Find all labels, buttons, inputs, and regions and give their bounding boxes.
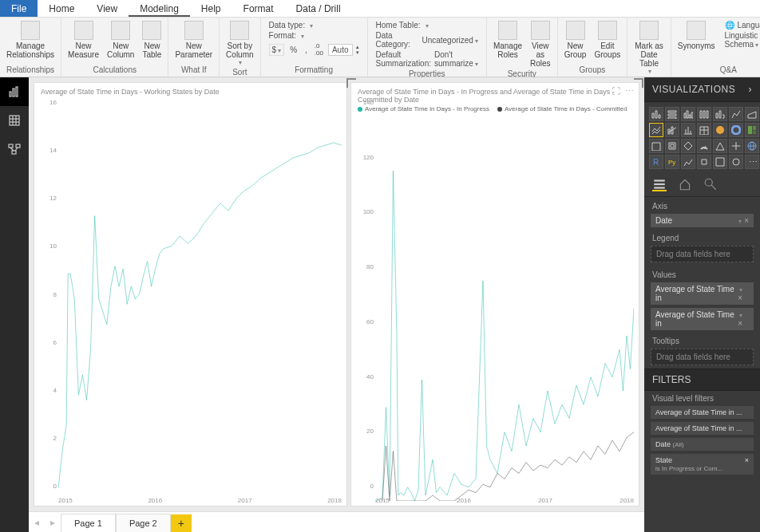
report-canvas[interactable]: Average of State Time in Days - Working … (29, 77, 644, 532)
viz-type-8[interactable] (665, 123, 679, 137)
currency-button[interactable]: $ (269, 44, 285, 56)
viz-type-22[interactable]: Py (665, 155, 679, 169)
format-dropdown[interactable] (299, 31, 304, 40)
datacat-value[interactable]: Uncategorized (422, 36, 477, 45)
mark-date-table-button[interactable]: Mark as Date Table (631, 19, 667, 77)
viz-type-19[interactable] (729, 139, 743, 153)
format-tab[interactable] (678, 177, 692, 191)
visualizations-header[interactable]: VISUALIZATIONS› (644, 77, 760, 102)
report-view-button[interactable] (0, 77, 29, 106)
axis-field-date[interactable]: Date × (651, 214, 754, 227)
page-next-button[interactable]: ▸ (45, 517, 61, 532)
filter-date[interactable]: Date (All) (651, 438, 754, 451)
viz-type-21[interactable]: R (649, 155, 663, 169)
viz-type-23[interactable] (681, 155, 695, 169)
filters-header[interactable]: FILTERS (644, 368, 760, 391)
viz-type-9[interactable] (681, 123, 695, 137)
focus-mode-icon[interactable]: ⛶ (612, 86, 620, 97)
viz-type-27[interactable]: ⋯ (745, 155, 759, 169)
new-parameter-button[interactable]: New Parameter (172, 19, 216, 61)
menu-data-drill[interactable]: Data / Drill (285, 0, 352, 17)
svg-line-11 (10, 148, 14, 151)
value-field-2[interactable]: Average of State Time in × (651, 308, 754, 330)
new-table-button[interactable]: New Table (139, 19, 164, 61)
viz-type-5[interactable] (729, 107, 743, 121)
viz-type-15[interactable] (665, 139, 679, 153)
defsum-value[interactable]: Don't summarize (434, 50, 478, 68)
new-group-button[interactable]: New Group (561, 19, 590, 61)
svg-line-29 (711, 185, 716, 190)
viz-type-1[interactable] (665, 107, 679, 121)
legend-field-well[interactable]: Drag data fields here (651, 246, 754, 262)
page-tab-2[interactable]: Page 2 (116, 514, 171, 532)
viz-type-12[interactable] (729, 123, 743, 137)
manage-relationships-button[interactable]: Manage Relationships (3, 19, 57, 61)
column-icon (111, 21, 130, 40)
decimals-stepper[interactable]: Auto (328, 44, 353, 56)
chart-working-states[interactable]: Average of State Time in Days - Working … (34, 82, 347, 506)
language-dropdown[interactable]: Language (738, 21, 761, 30)
data-view-button[interactable] (0, 106, 29, 135)
linguistic-schema-dropdown[interactable]: Linguistic Schema (725, 31, 761, 49)
svg-point-13 (716, 126, 724, 134)
decimals-spinner[interactable]: ▴▾ (356, 44, 359, 55)
svg-rect-9 (16, 144, 20, 148)
viz-type-18[interactable] (713, 139, 727, 153)
add-page-button[interactable]: + (171, 514, 192, 532)
more-options-icon[interactable]: ⋯ (625, 86, 634, 97)
viz-type-24[interactable] (697, 155, 711, 169)
viz-type-2[interactable] (681, 107, 695, 121)
datatype-dropdown[interactable] (308, 21, 313, 30)
view-roles-icon (531, 21, 550, 40)
viz-type-20[interactable] (745, 139, 759, 153)
remove-axis-field[interactable]: × (744, 216, 749, 225)
synonyms-button[interactable]: Synonyms (675, 19, 718, 52)
hometable-dropdown[interactable] (424, 21, 429, 30)
percent-button[interactable]: % (287, 45, 299, 55)
viz-type-16[interactable] (681, 139, 695, 153)
menu-file[interactable]: File (0, 0, 38, 17)
remove-value-2[interactable]: × (738, 319, 742, 328)
viz-type-10[interactable] (697, 123, 711, 137)
manage-roles-button[interactable]: Manage Roles (490, 19, 525, 61)
menu-view[interactable]: View (85, 0, 129, 17)
new-measure-button[interactable]: New Measure (65, 19, 102, 61)
viz-type-0[interactable] (649, 107, 663, 121)
viz-type-3[interactable] (697, 107, 711, 121)
menu-modeling[interactable]: Modeling (129, 0, 190, 17)
edit-groups-button[interactable]: Edit Groups (591, 19, 623, 61)
viz-type-7[interactable] (649, 123, 663, 137)
viz-type-26[interactable] (729, 155, 743, 169)
viz-type-6[interactable] (745, 107, 759, 121)
svg-text:Py: Py (668, 159, 675, 166)
viz-type-14[interactable] (649, 139, 663, 153)
new-column-button[interactable]: New Column (104, 19, 137, 61)
menu-help[interactable]: Help (190, 0, 232, 17)
page-tabs: ◂ ▸ Page 1 Page 2 + (29, 511, 644, 532)
menu-home[interactable]: Home (38, 0, 85, 17)
tooltips-field-well[interactable]: Drag data fields here (651, 349, 754, 365)
viz-type-17[interactable] (697, 139, 711, 153)
remove-value-1[interactable]: × (738, 294, 742, 302)
fields-tab[interactable] (652, 177, 667, 191)
filter-avg-state-time-1[interactable]: Average of State Time in ... (651, 406, 754, 419)
viz-type-4[interactable] (713, 107, 727, 121)
datacat-label: Data Category: (376, 31, 419, 49)
remove-state-filter[interactable]: × (745, 456, 749, 472)
view-as-roles-button[interactable]: View as Roles (527, 19, 554, 69)
analytics-tab[interactable] (703, 177, 718, 191)
group-groups-label: Groups (580, 65, 606, 75)
filter-state[interactable]: Stateis In Progress or Com...× (651, 454, 754, 475)
filter-avg-state-time-2[interactable]: Average of State Time in ... (651, 422, 754, 435)
value-field-1[interactable]: Average of State Time in × (651, 282, 754, 305)
page-prev-button[interactable]: ◂ (29, 517, 45, 532)
chart-inprogress-committed[interactable]: ⛶ ⋯ Average of State Time in Days - In P… (350, 82, 639, 506)
viz-type-11[interactable] (713, 123, 727, 137)
comma-button[interactable]: , (303, 45, 310, 55)
sort-by-column-button[interactable]: Sort by Column (223, 19, 256, 68)
menu-format[interactable]: Format (232, 0, 285, 17)
model-view-button[interactable] (0, 135, 29, 164)
viz-type-13[interactable] (745, 123, 759, 137)
viz-type-25[interactable] (713, 155, 727, 169)
page-tab-1[interactable]: Page 1 (61, 514, 116, 532)
